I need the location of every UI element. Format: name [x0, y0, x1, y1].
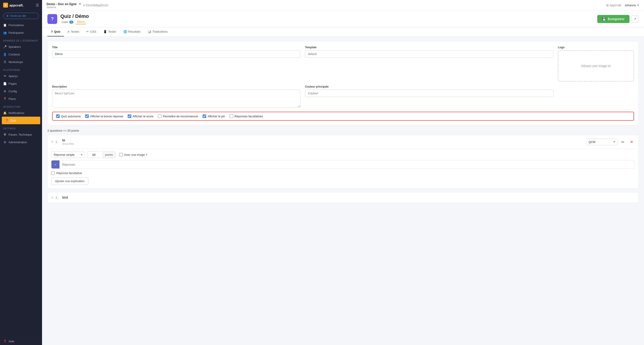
question-1-edit-button[interactable]: ✏: [620, 139, 626, 145]
sidebar-item-label: Plans: [8, 97, 16, 100]
tabs: ? Quiz A Textes ✏ CSS 📱 Tester 🌐 Résulta…: [42, 27, 644, 37]
tab-quiz-icon: ?: [51, 30, 53, 33]
param-icon: 🛠: [3, 133, 7, 136]
page-header-left: ? Quiz / Démo Liste 1 Démo: [48, 13, 89, 24]
page-header-actions: 💾 Enregistrer ↗: [597, 15, 639, 23]
answer-row-1: Réponse simple points Avec une image ?: [51, 151, 635, 158]
sidebar-item-administration[interactable]: ⚙ Administration: [0, 138, 42, 146]
sidebar-item-label: Aide: [8, 340, 14, 343]
points-label-1: points: [103, 151, 116, 158]
demo-title: Demo - Doc en ligne ▼: [46, 2, 82, 6]
checkbox-afficher-pin[interactable]: Afficher le pin: [202, 114, 225, 118]
sidebar-item-workshops[interactable]: 🗓 Workshops: [0, 58, 42, 66]
responses-input-1[interactable]: [60, 161, 634, 168]
admin-icon: ⚙: [3, 140, 7, 144]
checkbox-permettre-recommencer[interactable]: Permettre de recommencer: [158, 114, 198, 118]
answer-type-select-1[interactable]: Réponse simple: [51, 151, 85, 158]
question-card-1: ≡ 1. te Sous-titre QCM ✏ ✕ Réponse: [48, 135, 639, 189]
quiz-icon: ?: [48, 14, 57, 24]
color-label: Couleur principale: [305, 85, 554, 88]
sidebar-item-label: Formulaires: [8, 23, 24, 27]
checkbox-reponses-facultatives[interactable]: Réponses facultatives: [230, 114, 263, 118]
points-input-1[interactable]: [87, 151, 100, 158]
sidebar-item-quiz[interactable]: ❓ Quiz: [2, 117, 40, 124]
sidebar-item-label: Param. Technique: [8, 133, 32, 136]
appcraft-label: ⊞ AppCraft: [606, 3, 621, 7]
tab-traductions[interactable]: 📊 Traductions: [144, 27, 171, 36]
main-content: Demo - Doc en ligne ▼ Johanna # 53nX0Mbj…: [42, 0, 644, 345]
section-label-settings: SETTINGS: [0, 124, 42, 131]
sidebar-item-notifications[interactable]: 🔔 Notifications: [0, 109, 42, 117]
page-nav: Liste 1 Démo: [60, 20, 89, 24]
description-textarea[interactable]: [52, 90, 300, 107]
tab-css-icon: ✏: [86, 30, 89, 33]
explanation-button-1[interactable]: Ajouter une explication: [51, 177, 88, 185]
question-card-2: ≡ 2. test: [48, 192, 639, 203]
grid-icon: ⊞: [606, 3, 609, 7]
topbar-demo-info: Demo - Doc en ligne ▼ Johanna: [46, 2, 82, 8]
form-row-2: Description Couleur principale: [52, 85, 634, 108]
checkbox-afficher-bonne-reponse[interactable]: Afficher la bonne réponse: [85, 114, 123, 118]
tab-resultats[interactable]: 🌐 Résultats: [120, 27, 144, 36]
tab-css[interactable]: ✏ CSS: [83, 27, 100, 36]
question-1-num: 1.: [56, 140, 60, 144]
question-1-delete-button[interactable]: ✕: [628, 139, 635, 145]
sidebar-item-pages[interactable]: 📄 Pages: [0, 80, 42, 87]
chevron-down-icon[interactable]: ▼: [636, 3, 640, 7]
menu-icon[interactable]: ☰: [36, 3, 39, 7]
sidebar-item-label: Notifications: [8, 111, 24, 115]
question-1-type-select[interactable]: QCM: [586, 139, 618, 145]
template-input[interactable]: [305, 50, 554, 58]
sidebar-footer: ❓ Aide: [0, 337, 42, 345]
nav-liste[interactable]: Liste 1: [60, 20, 75, 24]
sidebar-item-param-technique[interactable]: 🛠 Param. Technique: [0, 131, 42, 138]
checkbox-afficher-score[interactable]: Afficher le score: [128, 114, 154, 118]
logo-group: Logo Glissez une image ici: [558, 46, 634, 81]
sidebar-item-apercu[interactable]: 👁 Aperçu: [0, 72, 42, 80]
drag-handle-2[interactable]: ≡: [51, 196, 53, 200]
checkbox-quiz-autonome[interactable]: Quiz autonome: [56, 114, 81, 118]
question-1-title-area: te Sous-titre: [62, 138, 584, 145]
participants-icon: 👥: [3, 31, 7, 34]
sidebar-item-config[interactable]: ⚙ Config: [0, 87, 42, 95]
drag-handle-1[interactable]: ≡: [51, 140, 53, 144]
with-image-checkbox-1[interactable]: Avec une image ?: [120, 153, 147, 156]
save-button[interactable]: 💾 Enregistrer: [597, 15, 630, 23]
sidebar-item-label: Pages: [8, 82, 17, 85]
sidebar-item-plans[interactable]: 📍 Plans: [0, 95, 42, 103]
nav-demo[interactable]: Démo: [76, 20, 86, 24]
tab-textes[interactable]: A Textes: [64, 27, 83, 36]
sidebar-item-contacts[interactable]: 👤 Contacts: [0, 50, 42, 58]
formulaires-icon: 📋: [3, 23, 7, 27]
sidebar-item-aide[interactable]: ❓ Aide: [0, 338, 42, 345]
tab-textes-icon: A: [68, 30, 70, 33]
topbar-right: ⊞ AppCraft Johanna ▼: [606, 3, 640, 7]
sidebar-item-participants[interactable]: 👥 Participants: [0, 29, 42, 36]
form-area: Title Template Logo Glissez une image ic…: [42, 37, 644, 211]
checkboxes-row: Quiz autonome Afficher la bonne réponse …: [52, 112, 634, 121]
topbar: Demo - Doc en ligne ▼ Johanna # 53nX0Mbj…: [42, 0, 644, 11]
color-input[interactable]: [305, 90, 554, 97]
monitor-icon: 🖥: [6, 14, 9, 17]
sidebar-header: A appcraft. ☰: [0, 0, 42, 10]
external-edit-button[interactable]: ↗: [631, 15, 639, 22]
form-row-1: Title Template Logo Glissez une image ic…: [52, 46, 634, 81]
sidebar-item-formulaires[interactable]: 📋 Formulaires: [0, 21, 42, 29]
access-site-button[interactable]: 🖥 Accès au site: [3, 13, 39, 19]
dropdown-icon[interactable]: ▼: [78, 2, 82, 6]
tab-quiz[interactable]: ? Quiz: [48, 27, 64, 36]
responses-row-1: ✓: [51, 160, 635, 169]
tab-tester[interactable]: 📱 Tester: [100, 27, 120, 36]
topbar-hash: # 53nX0MbjqlOo1h: [83, 3, 108, 7]
sidebar-item-label: Administration: [8, 141, 27, 144]
sidebar-item-label: Workshops: [8, 60, 23, 64]
title-group: Title: [52, 46, 300, 81]
logo-dropzone[interactable]: Glissez une image ici: [558, 50, 634, 81]
sidebar-item-speakers[interactable]: 🎤 Speakers: [0, 43, 42, 50]
optional-checkbox-1[interactable]: Réponse facultative: [51, 171, 635, 175]
sidebar-item-label: Aperçu: [8, 74, 18, 78]
section-label-interaction: INTERACTION: [0, 103, 42, 109]
title-input[interactable]: [52, 50, 300, 58]
quiz-title-area: Quiz / Démo Liste 1 Démo: [60, 13, 89, 24]
topbar-left: Demo - Doc en ligne ▼ Johanna # 53nX0Mbj…: [46, 2, 603, 8]
